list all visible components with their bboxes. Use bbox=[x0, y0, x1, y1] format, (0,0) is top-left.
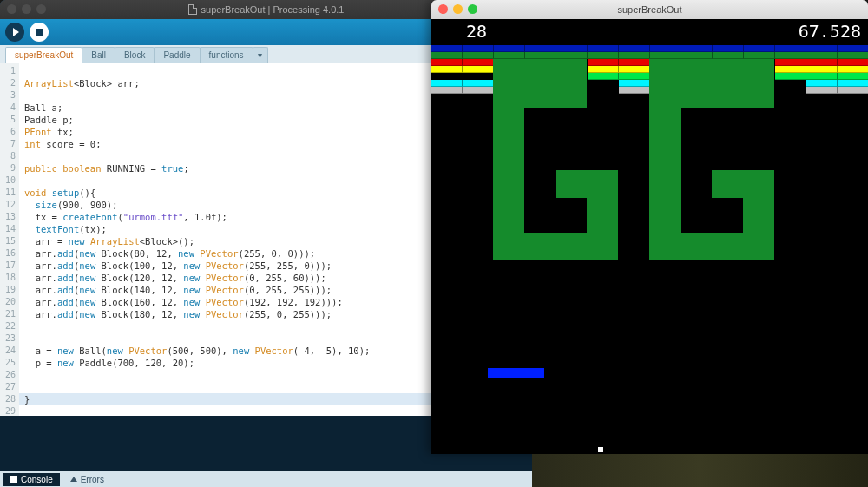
processing-ide-window: superBreakOut | Processing 4.0.1 superBr… bbox=[0, 0, 532, 487]
timer-display: 67.528 bbox=[799, 21, 861, 42]
ide-title: superBreakOut | Processing 4.0.1 bbox=[201, 4, 345, 15]
window-controls[interactable] bbox=[438, 4, 477, 14]
desktop-background bbox=[532, 454, 868, 487]
stop-button[interactable] bbox=[30, 23, 49, 42]
game-titlebar: superBreakOut bbox=[431, 0, 868, 19]
tab-functions[interactable]: functions bbox=[200, 47, 253, 63]
warning-icon bbox=[70, 477, 77, 482]
footer-tab-console[interactable]: Console bbox=[3, 473, 60, 486]
tab-block[interactable]: Block bbox=[115, 47, 155, 63]
tab-dropdown[interactable]: ▾ bbox=[253, 47, 268, 63]
game-title: superBreakOut bbox=[618, 4, 682, 15]
tab-ball[interactable]: Ball bbox=[82, 47, 115, 63]
window-controls[interactable] bbox=[7, 4, 46, 14]
line-gutter: 1234567891011121314151617181920212223242… bbox=[0, 63, 19, 416]
close-icon[interactable] bbox=[7, 4, 16, 14]
ide-footer: Console Errors bbox=[0, 471, 532, 487]
document-icon bbox=[188, 4, 197, 15]
minimize-icon[interactable] bbox=[22, 4, 31, 14]
zoom-icon[interactable] bbox=[36, 4, 46, 14]
editor-area[interactable]: 1234567891011121314151617181920212223242… bbox=[0, 63, 532, 416]
zoom-icon[interactable] bbox=[468, 4, 477, 14]
tab-superbreakout[interactable]: superBreakOut bbox=[5, 47, 82, 63]
close-icon[interactable] bbox=[438, 4, 448, 14]
console-icon bbox=[10, 476, 17, 483]
code-editor[interactable]: ArrayList<Block> arr; Ball a; Paddle p; … bbox=[19, 63, 532, 416]
ball bbox=[598, 447, 603, 452]
minimize-icon[interactable] bbox=[453, 4, 463, 14]
score-display: 28 bbox=[466, 21, 487, 42]
footer-tab-errors[interactable]: Errors bbox=[63, 473, 111, 486]
tab-paddle[interactable]: Paddle bbox=[154, 47, 200, 63]
run-button[interactable] bbox=[5, 23, 24, 42]
